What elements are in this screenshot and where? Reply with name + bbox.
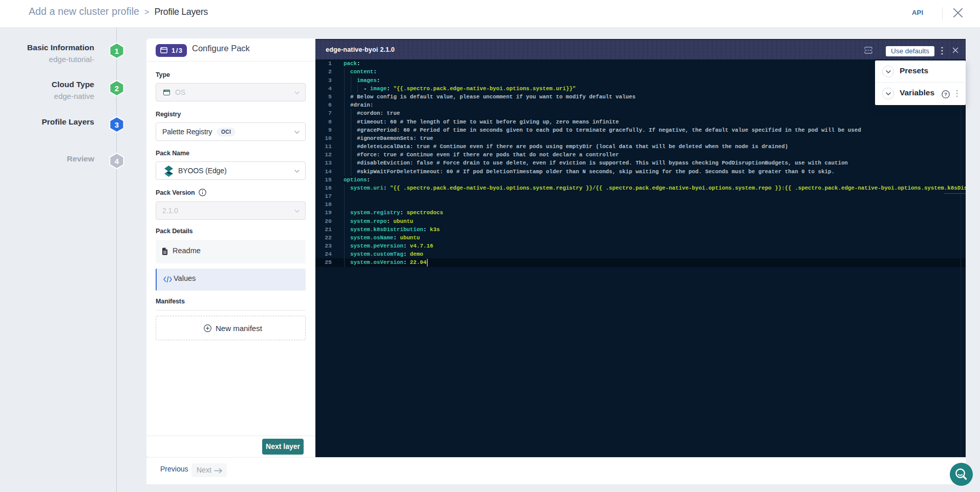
svg-text:2: 2 xyxy=(115,84,119,93)
svg-text:4: 4 xyxy=(115,157,119,166)
svg-text:3: 3 xyxy=(115,120,119,129)
svg-text:?: ? xyxy=(944,91,947,97)
svg-text:1: 1 xyxy=(115,47,119,55)
